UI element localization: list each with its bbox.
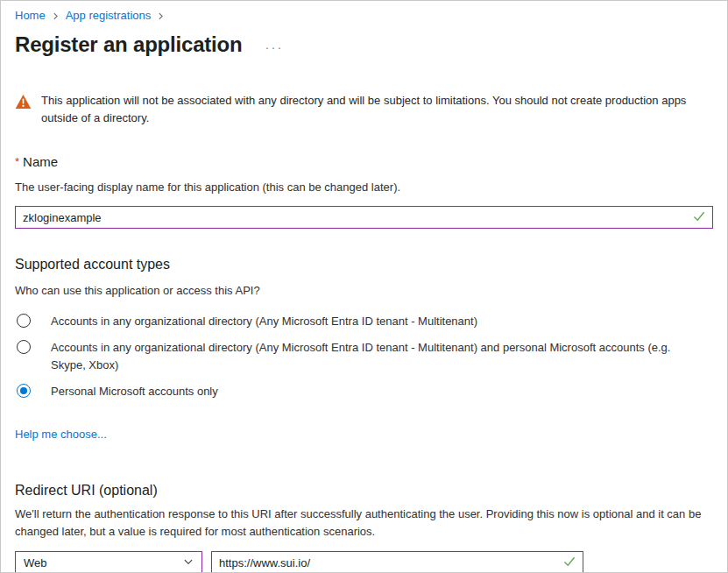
breadcrumb: Home App registrations — [15, 8, 713, 24]
radio-button-icon[interactable] — [17, 340, 31, 354]
platform-select[interactable]: Web — [15, 551, 202, 573]
radio-button-icon[interactable] — [17, 314, 31, 328]
name-field-description: The user-facing display name for this ap… — [15, 180, 713, 195]
chevron-down-icon — [183, 556, 194, 569]
name-field-label: *Name — [15, 153, 713, 171]
name-label-text: Name — [23, 154, 58, 169]
help-me-choose-link[interactable]: Help me choose... — [15, 427, 107, 442]
radio-option-personal-only[interactable]: Personal Microsoft accounts only — [15, 383, 713, 400]
warning-triangle-icon — [15, 94, 32, 127]
valid-check-icon — [563, 555, 576, 570]
warning-banner: This application will not be associated … — [15, 92, 713, 127]
chevron-right-icon — [52, 12, 60, 20]
platform-select-value: Web — [24, 556, 47, 569]
breadcrumb-home-link[interactable]: Home — [15, 8, 46, 24]
redirect-uri-input-container — [211, 551, 583, 573]
chevron-right-icon — [157, 12, 165, 20]
more-options-icon[interactable]: ··· — [265, 40, 283, 54]
breadcrumb-app-registrations-link[interactable]: App registrations — [66, 8, 152, 24]
redirect-uri-description: We'll return the authentication response… — [15, 506, 713, 541]
radio-option-multitenant[interactable]: Accounts in any organizational directory… — [15, 313, 713, 330]
redirect-uri-input[interactable] — [219, 552, 556, 573]
redirect-uri-controls: Web — [15, 551, 713, 573]
account-types-radio-group: Accounts in any organizational directory… — [15, 313, 713, 400]
name-input-container — [15, 206, 713, 229]
radio-option-label: Personal Microsoft accounts only — [51, 383, 218, 400]
required-marker: * — [15, 155, 19, 168]
page-title: Register an application — [15, 31, 242, 59]
radio-option-multitenant-personal[interactable]: Accounts in any organizational directory… — [15, 339, 713, 374]
warning-text: This application will not be associated … — [41, 92, 713, 127]
radio-option-label: Accounts in any organizational directory… — [51, 313, 477, 330]
radio-button-icon[interactable] — [17, 384, 31, 398]
account-types-heading: Supported account types — [15, 255, 713, 274]
valid-check-icon — [693, 209, 705, 225]
name-input[interactable] — [23, 207, 686, 228]
register-application-page: Home App registrations Register an appli… — [0, 0, 728, 573]
radio-option-label: Accounts in any organizational directory… — [51, 339, 708, 374]
account-types-question: Who can use this application or access t… — [15, 283, 713, 299]
redirect-uri-heading: Redirect URI (optional) — [15, 481, 713, 500]
title-row: Register an application ··· — [15, 31, 713, 59]
